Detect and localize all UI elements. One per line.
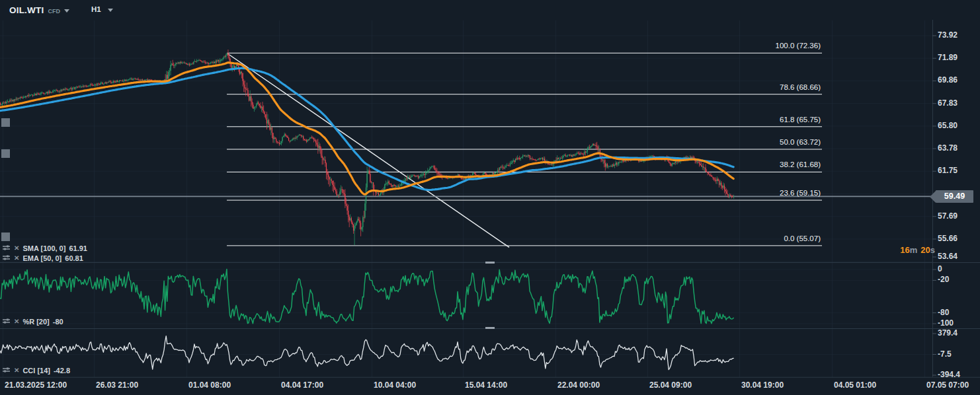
panel-resize-handle[interactable]	[485, 262, 495, 264]
indicator-legend-cci: ✕ CCI [14] -42.8	[3, 366, 70, 375]
indicator-label: CCI [14]	[22, 367, 50, 375]
chart-object-handle[interactable]	[1, 149, 10, 158]
chart-topbar: OIL.WTI CFD H1	[0, 0, 980, 20]
indicator-label: EMA [50, 0]	[22, 254, 61, 262]
indicator-legend-sma: ✕ SMA [100, 0] 61.91	[3, 244, 87, 252]
instrument-type-badge: CFD	[48, 8, 60, 15]
indicator-value: -80	[53, 318, 63, 326]
indicator-remove-icon[interactable]: ✕	[14, 318, 19, 325]
timeframe-label: H1	[91, 5, 101, 13]
symbol-selector[interactable]: OIL.WTI CFD	[9, 5, 69, 15]
timeframe-selector[interactable]: H1	[91, 5, 113, 13]
indicator-settings-icon[interactable]	[3, 255, 11, 262]
indicator-value: 61.91	[69, 244, 87, 252]
symbol-name: OIL.WTI	[9, 5, 44, 15]
chart-object-handle[interactable]	[1, 233, 10, 241]
indicator-legend-ema: ✕ EMA [50, 0] 60.81	[3, 254, 83, 262]
candle-countdown-timer: 16m20s	[900, 245, 935, 255]
indicator-value: -42.8	[54, 367, 70, 375]
panel-resize-handle[interactable]	[485, 327, 495, 329]
countdown-minutes: 16	[900, 245, 909, 255]
indicator-remove-icon[interactable]: ✕	[14, 367, 19, 374]
countdown-seconds: 20	[920, 245, 930, 255]
indicator-remove-icon[interactable]: ✕	[14, 255, 19, 262]
indicator-legend-wpr: ✕ %R [20] -80	[3, 317, 63, 326]
chevron-down-icon	[64, 9, 69, 13]
countdown-minutes-unit: m	[910, 245, 918, 255]
indicator-label: %R [20]	[22, 318, 49, 326]
indicator-settings-icon[interactable]	[3, 367, 11, 374]
chart-canvas[interactable]	[0, 0, 980, 395]
countdown-seconds-unit: s	[930, 245, 935, 255]
indicator-label: SMA [100, 0]	[22, 244, 65, 252]
indicator-settings-icon[interactable]	[3, 318, 11, 325]
indicator-settings-icon[interactable]	[3, 245, 11, 252]
indicator-remove-icon[interactable]: ✕	[14, 245, 19, 252]
indicator-value: 60.81	[65, 254, 83, 262]
chevron-down-icon	[108, 9, 113, 12]
trading-chart-window: OIL.WTI CFD H1 ✕ SMA [100, 0] 61.91 ✕ EM…	[0, 0, 980, 395]
chart-object-handle[interactable]	[1, 118, 10, 127]
